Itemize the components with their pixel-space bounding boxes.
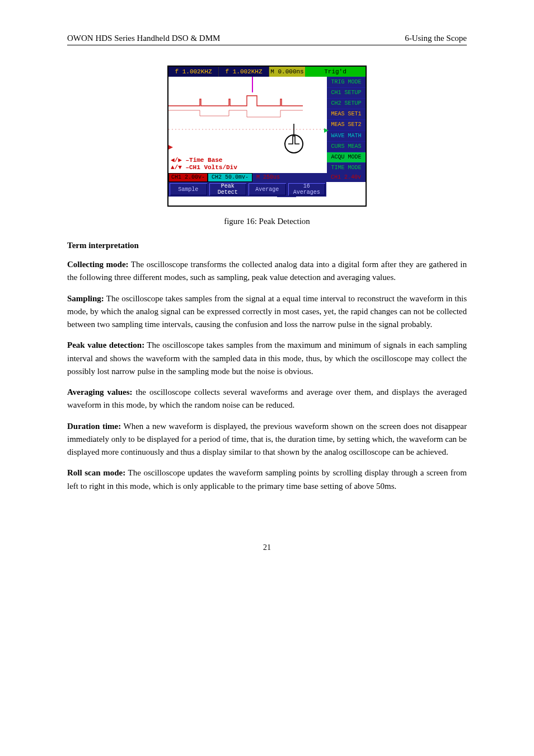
text-sampling: The oscilloscope takes samples from the … [67,294,467,329]
text-duration: When a new waveform is displayed, the pr… [67,422,467,457]
menu-time-mode[interactable]: TIME MODE [327,162,366,173]
para-averaging: Averaging values: the oscilloscope colle… [67,386,467,412]
m-time-readout: M 0.000ns [269,67,305,77]
nav-hint-box: ◀/▶ –Time Base ▲/▼ –CH1 Volts/Div [171,157,237,172]
menu-trig-mode[interactable]: TRIG MODE [327,77,366,87]
header-right: 6-Using the Scope [405,34,467,43]
figure-caption: figure 16: Peak Detection [67,217,467,226]
menu-wave-math[interactable]: WAVE MATH [327,130,366,141]
trigger-status: Trig'd [305,67,366,77]
softkey-sample[interactable]: Sample [168,182,208,197]
svg-marker-5 [324,128,329,133]
menu-meas-set2[interactable]: MEAS SET2 [327,119,366,130]
term-duration: Duration time: [67,422,121,431]
status-m: M 250us [252,173,284,182]
status-ch2: CH2 50.0mv- [208,173,252,182]
menu-ch2-setup[interactable]: CH2 SETUP [327,98,366,109]
section-heading: Term interpretation [67,241,467,250]
para-roll-scan: Roll scan mode: The oscilloscope updates… [67,466,467,493]
softkey-peak-detect[interactable]: PeakDetect [208,182,248,197]
para-duration: Duration time: When a new waveform is di… [67,420,467,459]
menu-curs-meas[interactable]: CURS MEAS [327,141,366,152]
volts-div-hint: ▲/▼ –CH1 Volts/Div [171,164,237,171]
scope-top-bar: f 1.002KHZ f 1.002KHZ M 0.000ns Trig'd [168,67,366,77]
term-collecting-mode: Collecting mode: [67,260,129,269]
menu-ch1-setup[interactable]: CH1 SETUP [327,87,366,98]
para-collecting-mode: Collecting mode: The oscilloscope transf… [67,258,467,284]
status-trig-level: CH1 2.40v [326,173,366,182]
ch1-frequency: f 1.002KHZ [168,67,219,77]
text-roll-scan: The oscilloscope updates the waveform sa… [67,468,467,490]
term-roll-scan: Roll scan mode: [67,468,125,477]
timebase-hint: ◀/▶ –Time Base [171,157,222,164]
menu-acqu-mode[interactable]: ACQU MODE [327,152,366,162]
term-peak-detection: Peak value detection: [67,340,144,349]
scope-footer [168,197,366,206]
para-sampling: Sampling: The oscilloscope takes samples… [67,292,467,332]
side-menu: TRIG MODE CH1 SETUP CH2 SETUP MEAS SET1 … [327,77,366,173]
term-averaging: Averaging values: [67,388,133,396]
page-number: 21 [67,543,467,552]
status-row: CH1 2.00v- CH2 50.0mv- M 250us CH1 2.40v [168,173,366,182]
para-peak-detection: Peak value detection: The oscilloscope t… [67,339,467,378]
term-sampling: Sampling: [67,294,104,303]
svg-point-0 [285,135,303,153]
softkey-row: Sample PeakDetect Average 16Averages [168,182,366,197]
figure: f 1.002KHZ f 1.002KHZ M 0.000ns Trig'd [67,66,467,207]
oscilloscope-screenshot: f 1.002KHZ f 1.002KHZ M 0.000ns Trig'd [167,66,367,207]
header-left: OWON HDS Series Handheld DSO & DMM [67,34,220,43]
ch2-frequency: f 1.002KHZ [219,67,269,77]
menu-meas-set1[interactable]: MEAS SET1 [327,109,366,119]
waveform-area: ◀/▶ –Time Base ▲/▼ –CH1 Volts/Div [168,77,327,173]
page-header: OWON HDS Series Handheld DSO & DMM 6-Usi… [67,34,467,45]
svg-marker-4 [168,145,173,150]
status-ch1: CH1 2.00v- [168,173,208,182]
